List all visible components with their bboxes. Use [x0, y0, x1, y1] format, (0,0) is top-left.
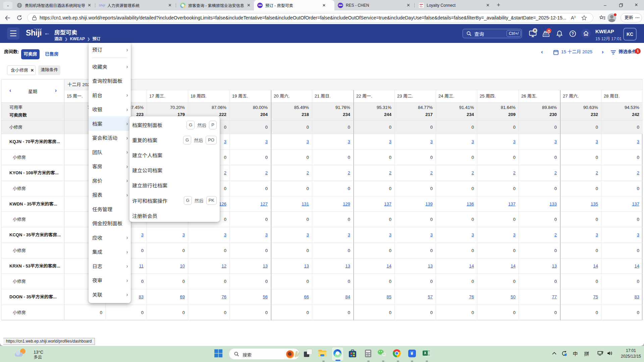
svg-text:?: ? — [572, 32, 574, 36]
